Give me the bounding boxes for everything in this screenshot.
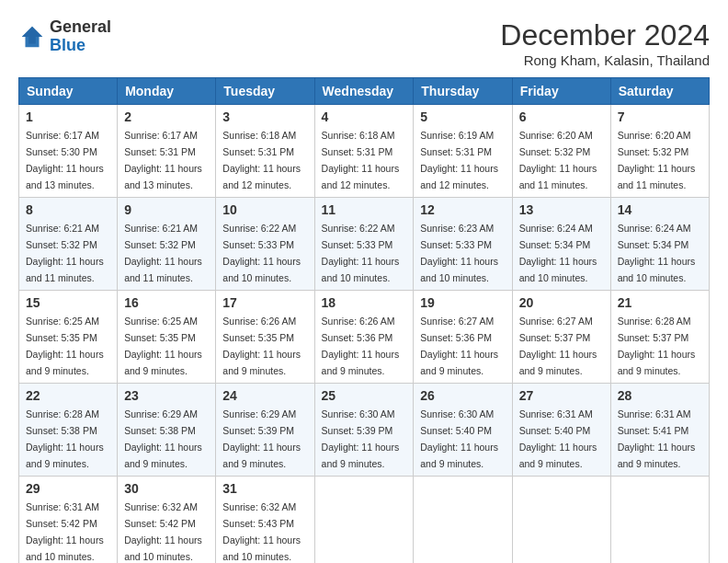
day-number: 26 bbox=[420, 388, 505, 403]
day-cell: 13 Sunrise: 6:24 AMSunset: 5:34 PMDaylig… bbox=[512, 198, 610, 291]
day-number: 25 bbox=[322, 388, 407, 403]
day-number: 7 bbox=[618, 109, 702, 124]
weekday-friday: Friday bbox=[512, 78, 610, 105]
day-info: Sunrise: 6:31 AMSunset: 5:42 PMDaylight:… bbox=[26, 501, 104, 562]
calendar-body: 1 Sunrise: 6:17 AMSunset: 5:30 PMDayligh… bbox=[19, 105, 710, 564]
weekday-thursday: Thursday bbox=[414, 78, 512, 105]
day-info: Sunrise: 6:22 AMSunset: 5:33 PMDaylight:… bbox=[222, 223, 301, 283]
day-cell: 17 Sunrise: 6:26 AMSunset: 5:35 PMDaylig… bbox=[216, 291, 314, 384]
day-cell: 31 Sunrise: 6:32 AMSunset: 5:43 PMDaylig… bbox=[216, 477, 314, 564]
day-cell: 9 Sunrise: 6:21 AMSunset: 5:32 PMDayligh… bbox=[118, 198, 216, 291]
day-info: Sunrise: 6:25 AMSunset: 5:35 PMDaylight:… bbox=[26, 316, 104, 376]
day-info: Sunrise: 6:26 AMSunset: 5:36 PMDaylight:… bbox=[322, 316, 400, 376]
day-info: Sunrise: 6:31 AMSunset: 5:41 PMDaylight:… bbox=[618, 408, 696, 469]
day-info: Sunrise: 6:28 AMSunset: 5:37 PMDaylight:… bbox=[618, 316, 696, 376]
day-cell: 11 Sunrise: 6:22 AMSunset: 5:33 PMDaylig… bbox=[314, 198, 414, 291]
day-cell: 6 Sunrise: 6:20 AMSunset: 5:32 PMDayligh… bbox=[512, 105, 610, 198]
day-number: 16 bbox=[124, 295, 209, 310]
day-cell: 20 Sunrise: 6:27 AMSunset: 5:37 PMDaylig… bbox=[512, 291, 610, 384]
logo-general: General bbox=[50, 17, 111, 36]
weekday-tuesday: Tuesday bbox=[216, 78, 314, 105]
weekday-header-row: SundayMondayTuesdayWednesdayThursdayFrid… bbox=[19, 78, 710, 105]
day-info: Sunrise: 6:20 AMSunset: 5:32 PMDaylight:… bbox=[618, 130, 696, 190]
day-number: 29 bbox=[26, 481, 110, 496]
day-cell: 26 Sunrise: 6:30 AMSunset: 5:40 PMDaylig… bbox=[414, 384, 512, 477]
day-info: Sunrise: 6:27 AMSunset: 5:36 PMDaylight:… bbox=[420, 316, 498, 376]
day-info: Sunrise: 6:18 AMSunset: 5:31 PMDaylight:… bbox=[322, 130, 400, 190]
day-cell: 4 Sunrise: 6:18 AMSunset: 5:31 PMDayligh… bbox=[314, 105, 414, 198]
day-info: Sunrise: 6:21 AMSunset: 5:32 PMDaylight:… bbox=[26, 223, 104, 283]
day-info: Sunrise: 6:30 AMSunset: 5:40 PMDaylight:… bbox=[420, 408, 498, 469]
day-number: 6 bbox=[519, 109, 604, 124]
day-number: 28 bbox=[618, 388, 702, 403]
svg-marker-1 bbox=[22, 27, 43, 44]
location: Rong Kham, Kalasin, Thailand bbox=[500, 52, 710, 68]
day-info: Sunrise: 6:24 AMSunset: 5:34 PMDaylight:… bbox=[618, 223, 696, 283]
day-number: 3 bbox=[222, 109, 307, 124]
day-cell: 28 Sunrise: 6:31 AMSunset: 5:41 PMDaylig… bbox=[610, 384, 709, 477]
title-area: December 2024 Rong Kham, Kalasin, Thaila… bbox=[500, 18, 710, 68]
day-cell: 30 Sunrise: 6:32 AMSunset: 5:42 PMDaylig… bbox=[118, 477, 216, 564]
day-info: Sunrise: 6:17 AMSunset: 5:30 PMDaylight:… bbox=[26, 130, 104, 190]
day-number: 23 bbox=[124, 388, 209, 403]
weekday-sunday: Sunday bbox=[19, 78, 118, 105]
weekday-monday: Monday bbox=[118, 78, 216, 105]
day-cell: 15 Sunrise: 6:25 AMSunset: 5:35 PMDaylig… bbox=[19, 291, 118, 384]
day-number: 9 bbox=[124, 202, 209, 217]
day-number: 15 bbox=[26, 295, 110, 310]
day-cell: 18 Sunrise: 6:26 AMSunset: 5:36 PMDaylig… bbox=[314, 291, 414, 384]
day-info: Sunrise: 6:31 AMSunset: 5:40 PMDaylight:… bbox=[519, 408, 597, 469]
day-cell: 22 Sunrise: 6:28 AMSunset: 5:38 PMDaylig… bbox=[19, 384, 118, 477]
day-number: 27 bbox=[519, 388, 604, 403]
day-number: 31 bbox=[222, 481, 307, 496]
day-number: 11 bbox=[322, 202, 407, 217]
day-info: Sunrise: 6:22 AMSunset: 5:33 PMDaylight:… bbox=[322, 223, 400, 283]
week-row-1: 1 Sunrise: 6:17 AMSunset: 5:30 PMDayligh… bbox=[19, 105, 710, 198]
day-cell: 16 Sunrise: 6:25 AMSunset: 5:35 PMDaylig… bbox=[118, 291, 216, 384]
day-cell: 1 Sunrise: 6:17 AMSunset: 5:30 PMDayligh… bbox=[19, 105, 118, 198]
day-cell: 10 Sunrise: 6:22 AMSunset: 5:33 PMDaylig… bbox=[216, 198, 314, 291]
day-cell bbox=[314, 477, 414, 564]
day-number: 21 bbox=[618, 295, 702, 310]
day-cell bbox=[610, 477, 709, 564]
day-info: Sunrise: 6:26 AMSunset: 5:35 PMDaylight:… bbox=[222, 316, 301, 376]
day-info: Sunrise: 6:21 AMSunset: 5:32 PMDaylight:… bbox=[124, 223, 202, 283]
day-cell: 14 Sunrise: 6:24 AMSunset: 5:34 PMDaylig… bbox=[610, 198, 709, 291]
day-number: 1 bbox=[26, 109, 110, 124]
day-info: Sunrise: 6:25 AMSunset: 5:35 PMDaylight:… bbox=[124, 316, 202, 376]
day-cell bbox=[414, 477, 512, 564]
day-cell: 5 Sunrise: 6:19 AMSunset: 5:31 PMDayligh… bbox=[414, 105, 512, 198]
day-number: 14 bbox=[618, 202, 702, 217]
logo-icon bbox=[18, 23, 46, 51]
logo-blue: Blue bbox=[50, 36, 85, 54]
day-info: Sunrise: 6:32 AMSunset: 5:43 PMDaylight:… bbox=[222, 501, 301, 562]
logo: General Blue bbox=[18, 18, 111, 55]
day-cell: 29 Sunrise: 6:31 AMSunset: 5:42 PMDaylig… bbox=[19, 477, 118, 564]
day-number: 19 bbox=[420, 295, 505, 310]
day-number: 22 bbox=[26, 388, 110, 403]
week-row-3: 15 Sunrise: 6:25 AMSunset: 5:35 PMDaylig… bbox=[19, 291, 710, 384]
day-number: 10 bbox=[222, 202, 307, 217]
day-info: Sunrise: 6:24 AMSunset: 5:34 PMDaylight:… bbox=[519, 223, 597, 283]
day-number: 17 bbox=[222, 295, 307, 310]
day-number: 4 bbox=[322, 109, 407, 124]
day-cell: 25 Sunrise: 6:30 AMSunset: 5:39 PMDaylig… bbox=[314, 384, 414, 477]
day-number: 8 bbox=[26, 202, 110, 217]
day-cell: 7 Sunrise: 6:20 AMSunset: 5:32 PMDayligh… bbox=[610, 105, 709, 198]
day-cell: 12 Sunrise: 6:23 AMSunset: 5:33 PMDaylig… bbox=[414, 198, 512, 291]
weekday-saturday: Saturday bbox=[610, 78, 709, 105]
day-cell: 27 Sunrise: 6:31 AMSunset: 5:40 PMDaylig… bbox=[512, 384, 610, 477]
day-info: Sunrise: 6:20 AMSunset: 5:32 PMDaylight:… bbox=[519, 130, 597, 190]
day-cell bbox=[512, 477, 610, 564]
calendar-header: SundayMondayTuesdayWednesdayThursdayFrid… bbox=[19, 78, 710, 105]
day-number: 2 bbox=[124, 109, 209, 124]
day-number: 13 bbox=[519, 202, 604, 217]
day-info: Sunrise: 6:29 AMSunset: 5:38 PMDaylight:… bbox=[124, 408, 202, 469]
day-cell: 23 Sunrise: 6:29 AMSunset: 5:38 PMDaylig… bbox=[118, 384, 216, 477]
day-info: Sunrise: 6:23 AMSunset: 5:33 PMDaylight:… bbox=[420, 223, 498, 283]
calendar: SundayMondayTuesdayWednesdayThursdayFrid… bbox=[18, 77, 710, 563]
day-cell: 2 Sunrise: 6:17 AMSunset: 5:31 PMDayligh… bbox=[118, 105, 216, 198]
page-header: General Blue December 2024 Rong Kham, Ka… bbox=[18, 18, 710, 68]
week-row-5: 29 Sunrise: 6:31 AMSunset: 5:42 PMDaylig… bbox=[19, 477, 710, 564]
day-number: 5 bbox=[420, 109, 505, 124]
